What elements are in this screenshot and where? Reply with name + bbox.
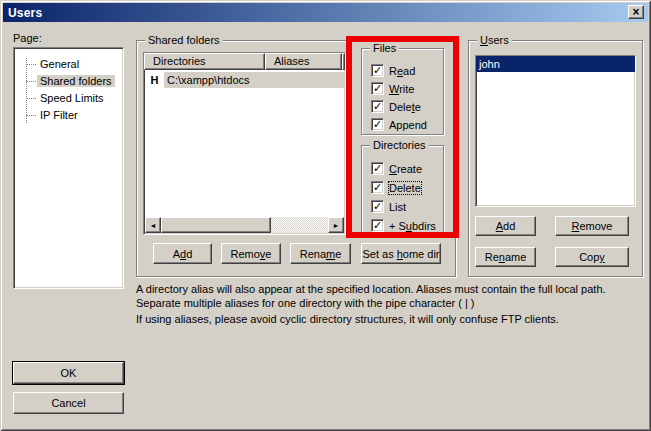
tree-connector — [26, 81, 36, 82]
checkbox-label: Delete — [389, 101, 421, 113]
check-icon: ✓ — [373, 118, 382, 131]
button-label: Remove — [231, 248, 272, 260]
tree-item-label: General — [37, 58, 82, 70]
button-label: Copy — [579, 251, 605, 263]
scrollbar-thumb[interactable] — [161, 217, 271, 233]
folder-add-button[interactable]: Add — [153, 243, 212, 264]
users-list[interactable]: john — [475, 55, 636, 207]
tree-item-label: Shared folders — [37, 75, 115, 87]
folder-rename-button[interactable]: Rename — [290, 243, 351, 264]
page-tree[interactable]: General Shared folders Speed Limits IP F… — [13, 47, 124, 289]
scroll-left-button[interactable]: ◄ — [145, 217, 161, 233]
close-icon: × — [632, 6, 639, 18]
check-icon: ✓ — [373, 219, 382, 232]
checkbox-box[interactable]: ✓ — [371, 219, 384, 232]
scroll-right-icon: ► — [333, 222, 340, 229]
users-group-label: Users — [477, 34, 512, 46]
sidebar-item-shared-folders[interactable]: Shared folders — [14, 73, 123, 89]
user-rename-button[interactable]: Rename — [475, 247, 536, 267]
cancel-button[interactable]: Cancel — [13, 392, 124, 414]
check-icon: ✓ — [373, 82, 382, 95]
close-button[interactable]: × — [628, 5, 644, 19]
button-label: Rename — [300, 248, 342, 260]
page-label: Page: — [13, 32, 42, 44]
checkbox-label: Write — [389, 83, 414, 95]
checkbox-dirs-create[interactable]: ✓ Create — [371, 162, 422, 175]
tree-item-label: IP Filter — [37, 109, 81, 121]
ok-button[interactable]: OK — [13, 362, 124, 384]
check-icon: ✓ — [373, 162, 382, 175]
checkbox-box[interactable]: ✓ — [371, 118, 384, 131]
check-icon: ✓ — [373, 181, 382, 194]
checkbox-dirs-delete[interactable]: ✓ Delete — [371, 181, 421, 194]
tree-connector — [26, 64, 36, 65]
scroll-right-button[interactable]: ► — [328, 217, 344, 233]
button-label: Add — [173, 248, 193, 260]
folder-remove-button[interactable]: Remove — [221, 243, 281, 264]
checkbox-box[interactable]: ✓ — [371, 200, 384, 213]
horizontal-scrollbar[interactable]: ◄ ► — [145, 217, 344, 233]
alias-info-text: A directory alias will also appear at th… — [136, 282, 651, 310]
button-label: Remove — [572, 220, 613, 232]
checkbox-label: Delete — [389, 182, 421, 194]
checkbox-files-append[interactable]: ✓ Append — [371, 118, 427, 131]
shared-folders-group-label: Shared folders — [145, 34, 223, 46]
scroll-left-icon: ◄ — [150, 222, 157, 229]
directories-group-label: Directories — [370, 139, 429, 151]
window-title: Users — [3, 6, 42, 20]
list-header: Directories Aliases — [144, 53, 345, 70]
sidebar-item-general[interactable]: General — [14, 56, 123, 72]
cyclic-warning-text: If using aliases, please avoid cyclic di… — [136, 312, 651, 326]
button-label: Cancel — [51, 397, 85, 409]
shared-folders-list[interactable]: Directories Aliases H C:\xampp\htdocs ◄ … — [143, 52, 346, 235]
user-remove-button[interactable]: Remove — [555, 216, 629, 236]
checkbox-dirs-subdirs[interactable]: ✓ + Subdirs — [371, 219, 436, 232]
checkbox-label: Create — [389, 163, 422, 175]
checkbox-label: Read — [389, 65, 415, 77]
tree-connector — [26, 115, 36, 116]
checkbox-box[interactable]: ✓ — [371, 82, 384, 95]
checkbox-files-delete[interactable]: ✓ Delete — [371, 100, 421, 113]
files-permissions-group: Files ✓ Read ✓ Write ✓ Delete ✓ Append — [361, 48, 444, 135]
check-icon: ✓ — [373, 64, 382, 77]
button-label: Add — [496, 220, 516, 232]
checkbox-dirs-list[interactable]: ✓ List — [371, 200, 406, 213]
checkbox-box[interactable]: ✓ — [371, 64, 384, 77]
set-as-home-dir-button[interactable]: Set as home dir — [361, 243, 441, 264]
sidebar-item-ip-filter[interactable]: IP Filter — [14, 107, 123, 123]
button-label: Set as home dir — [362, 248, 439, 260]
sidebar-item-speed-limits[interactable]: Speed Limits — [14, 90, 123, 106]
button-label: OK — [61, 367, 77, 379]
directory-cell: C:\xampp\htdocs — [164, 72, 344, 88]
checkbox-label: + Subdirs — [389, 220, 436, 232]
checkbox-box[interactable]: ✓ — [371, 181, 384, 194]
scrollbar-track[interactable] — [271, 217, 328, 233]
checkbox-files-write[interactable]: ✓ Write — [371, 82, 414, 95]
checkbox-box[interactable]: ✓ — [371, 162, 384, 175]
title-bar[interactable]: Users — [3, 3, 648, 22]
home-flag: H — [145, 74, 164, 86]
check-icon: ✓ — [373, 100, 382, 113]
column-header-aliases[interactable]: Aliases — [265, 53, 342, 70]
checkbox-files-read[interactable]: ✓ Read — [371, 64, 415, 77]
list-item-user[interactable]: john — [476, 56, 635, 72]
button-label: Rename — [485, 251, 527, 263]
directories-permissions-group: Directories ✓ Create ✓ Delete ✓ List ✓ +… — [361, 145, 444, 235]
user-copy-button[interactable]: Copy — [555, 247, 629, 267]
column-header-directories[interactable]: Directories — [144, 53, 265, 70]
tree-connector — [26, 98, 36, 99]
checkbox-label: Append — [389, 119, 427, 131]
tree-item-label: Speed Limits — [37, 92, 107, 104]
check-icon: ✓ — [373, 200, 382, 213]
files-group-label: Files — [370, 42, 399, 54]
checkbox-box[interactable]: ✓ — [371, 100, 384, 113]
table-row[interactable]: H C:\xampp\htdocs — [145, 72, 344, 88]
checkbox-label: List — [389, 201, 406, 213]
column-header-filler — [342, 53, 345, 70]
user-add-button[interactable]: Add — [475, 216, 536, 236]
users-dialog: Users × Page: General Shared folders Spe… — [0, 0, 651, 431]
